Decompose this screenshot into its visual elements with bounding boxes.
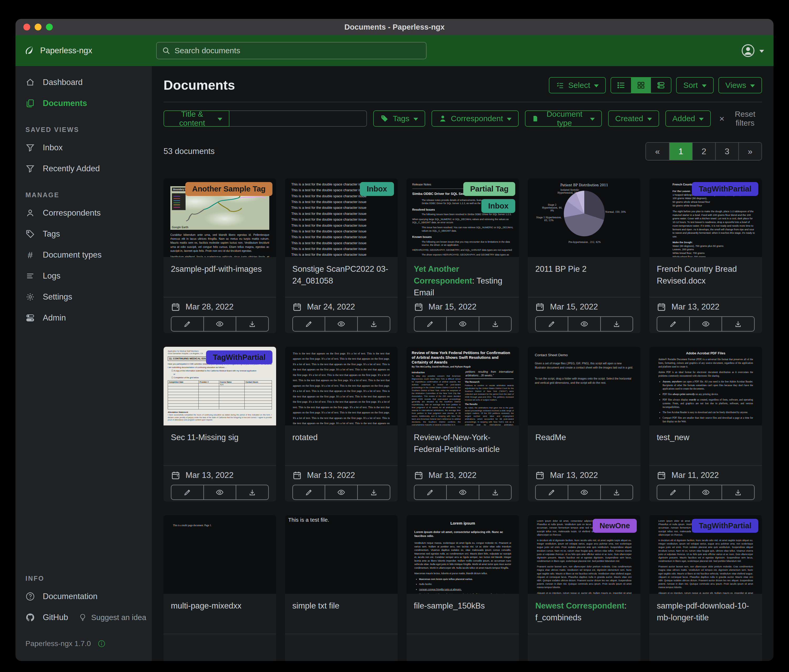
document-title[interactable]: Sonstige ScanPC2022 03-24_081058 (292, 263, 390, 287)
edit-button[interactable] (293, 485, 325, 499)
edit-button[interactable] (536, 485, 568, 499)
download-button[interactable] (600, 317, 633, 331)
sidebar-item-tags[interactable]: Tags (16, 223, 152, 244)
document-title[interactable]: 2sample-pdf-with-images (171, 263, 269, 275)
close-button[interactable] (23, 24, 30, 30)
filter-doctype-button[interactable]: Document type (525, 110, 602, 127)
document-title[interactable]: French Country Bread Revised.docx (657, 263, 755, 287)
view-button[interactable] (446, 485, 479, 499)
view-button[interactable] (325, 317, 357, 331)
filter-field-button[interactable]: Title & content (163, 110, 229, 127)
download-button[interactable] (357, 317, 390, 331)
document-card[interactable]: Patient BP Distribution 2011 Normal, 150… (528, 178, 640, 333)
download-button[interactable] (236, 317, 268, 331)
document-card[interactable]: TagWithPartial French Country Bread For … (649, 178, 762, 333)
document-thumbnail[interactable]: Contact Sheet DemoGiven a set of image f… (528, 347, 640, 425)
document-thumbnail[interactable]: This is a multi page document. Page 1. (163, 515, 276, 594)
document-card[interactable]: This is a multi page document. Page 1. m… (163, 515, 276, 661)
tag-badge[interactable]: Inbox (481, 199, 515, 213)
download-button[interactable] (722, 317, 754, 331)
document-card[interactable]: TagWithPartial Lorem ipsum dolor sit ame… (649, 515, 762, 661)
document-title[interactable]: sample-pdf-download-10-mb-longer-title (657, 600, 755, 624)
info-circle-icon[interactable] (97, 640, 105, 648)
document-correspondent[interactable]: Yet Another Correspondent (414, 264, 472, 285)
view-button[interactable] (325, 485, 357, 499)
download-button[interactable] (479, 485, 511, 499)
document-title[interactable]: simple txt file (292, 600, 390, 612)
sidebar-item-dashboard[interactable]: Dashboard (16, 72, 152, 93)
select-button[interactable]: Select (549, 77, 606, 93)
page-prev[interactable]: « (646, 143, 669, 160)
tag-badge[interactable]: TagWithPartial (692, 519, 758, 533)
edit-button[interactable] (171, 485, 203, 499)
download-button[interactable] (236, 485, 268, 499)
document-correspondent[interactable]: Newest Correspondent (535, 601, 624, 610)
view-button[interactable] (203, 485, 236, 499)
document-card[interactable]: Lorem ipsumLorem ipsum dolor sit amet, c… (407, 515, 519, 661)
document-title[interactable]: Newest Correspondent: f_combineds (535, 600, 633, 624)
download-button[interactable] (722, 485, 754, 499)
sidebar-item-documents[interactable]: Documents (16, 93, 152, 114)
filter-tags-button[interactable]: Tags (373, 110, 425, 127)
document-title[interactable]: 2011 BP Pie 2 (535, 263, 633, 275)
document-thumbnail[interactable]: This is a test file. (285, 515, 398, 594)
user-menu[interactable] (741, 43, 764, 58)
document-title[interactable]: multi-page-mixedxx (171, 600, 269, 612)
document-thumbnail[interactable]: Review of New York Federal Petitions for… (407, 347, 519, 425)
view-grid-toggle[interactable] (631, 78, 651, 93)
sidebar-item-recently-added[interactable]: Recently Added (16, 158, 152, 179)
edit-button[interactable] (171, 317, 203, 331)
document-card[interactable]: Another Sample Tag Boundary Waters Trip … (163, 178, 276, 333)
download-button[interactable] (357, 485, 390, 499)
tag-badge[interactable]: NewOne (593, 519, 637, 533)
document-card[interactable]: Adobe Acrobat PDF FilesAdobe® Portable D… (649, 347, 762, 502)
view-button[interactable] (568, 485, 600, 499)
title-content-input[interactable] (229, 110, 367, 127)
edit-button[interactable] (414, 317, 446, 331)
document-card[interactable]: NewOne Lorem ipsum dolor sit amet, conse… (528, 515, 640, 661)
sidebar-item-settings[interactable]: Settings (16, 287, 152, 307)
edit-button[interactable] (657, 485, 689, 499)
document-title[interactable]: test_new (657, 432, 755, 444)
document-card[interactable]: TagWithPartial Application for Medical S… (163, 347, 276, 502)
suggest-idea-link[interactable]: Suggest an idea (78, 613, 146, 622)
sidebar-item-github[interactable]: GitHub (16, 607, 68, 628)
document-card[interactable]: This is the text that appears on the fir… (285, 347, 398, 502)
search-input[interactable] (174, 46, 421, 55)
document-thumbnail[interactable]: Adobe Acrobat PDF FilesAdobe® Portable D… (649, 347, 762, 425)
minimize-button[interactable] (35, 24, 42, 30)
sidebar-item-correspondents[interactable]: Correspondents (16, 202, 152, 223)
filter-created-button[interactable]: Created (608, 110, 659, 127)
search-bar[interactable] (156, 42, 426, 59)
tag-badge[interactable]: Inbox (360, 182, 394, 196)
view-button[interactable] (689, 317, 722, 331)
sidebar-item-inbox[interactable]: Inbox (16, 137, 152, 158)
view-list-toggle[interactable] (611, 78, 631, 93)
document-thumbnail[interactable]: Patient BP Distribution 2011 Normal, 150… (528, 178, 640, 257)
page-1[interactable]: 1 (669, 143, 692, 160)
view-button[interactable] (568, 317, 600, 331)
edit-button[interactable] (657, 317, 689, 331)
document-title[interactable]: ReadMe (535, 432, 633, 444)
document-title[interactable]: Yet Another Correspondent: Testing Email (414, 263, 512, 299)
view-button[interactable] (203, 317, 236, 331)
document-card[interactable]: This is a test file. simple txt file (285, 515, 398, 661)
document-card[interactable]: Partial TagInbox Release Notes Simba ODB… (407, 178, 519, 333)
filter-added-button[interactable]: Added (665, 110, 711, 127)
page-3[interactable]: 3 (715, 143, 738, 160)
tag-badge[interactable]: Another Sample Tag (185, 182, 272, 196)
document-title[interactable]: Sec 11-Missing sig (171, 432, 269, 444)
document-card[interactable]: Review of New York Federal Petitions for… (407, 347, 519, 502)
document-title[interactable]: Review-of-New-York-Federal-Petitions-art… (414, 432, 512, 455)
tag-badge[interactable]: TagWithPartial (206, 350, 272, 364)
sidebar-item-logs[interactable]: Logs (16, 266, 152, 287)
edit-button[interactable] (293, 317, 325, 331)
view-button[interactable] (446, 317, 479, 331)
tag-badge[interactable]: Partial Tag (463, 182, 515, 196)
page-next[interactable]: » (738, 143, 762, 160)
view-button[interactable] (689, 485, 722, 499)
document-title[interactable]: rotated (292, 432, 390, 444)
document-title[interactable]: file-sample_150kBs (414, 600, 512, 612)
views-button[interactable]: Views (719, 77, 762, 93)
reset-filters-button[interactable]: × Reset filters (719, 110, 762, 127)
